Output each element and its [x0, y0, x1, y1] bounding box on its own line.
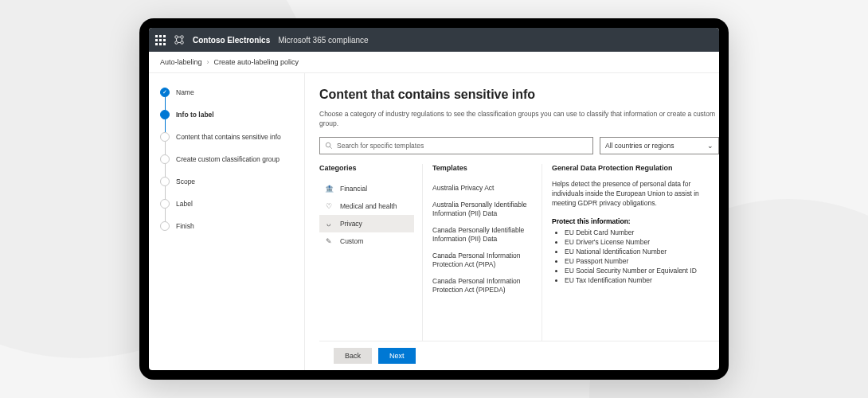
title-bar: Contoso Electronics Microsoft 365 compli…	[149, 28, 719, 52]
step-label[interactable]: Label	[160, 199, 296, 221]
step-label: Name	[176, 88, 194, 97]
page-title: Content that contains sensitive info	[319, 88, 719, 102]
region-selected-label: All countries or regions	[605, 142, 674, 150]
step-label: Create custom classification group	[176, 154, 280, 164]
template-item[interactable]: Canada Personal Information Protection A…	[432, 273, 534, 298]
app-launcher-icon[interactable]	[155, 35, 166, 45]
template-item[interactable]: Canada Personal Information Protection A…	[432, 248, 534, 273]
chevron-down-icon: ⌄	[707, 142, 714, 150]
svg-point-1	[181, 36, 184, 39]
protect-item: EU Tax Identification Number	[565, 276, 711, 286]
svg-point-2	[175, 41, 178, 45]
step-finish[interactable]: Finish	[160, 221, 296, 244]
detail-heading: General Data Protection Regulation	[552, 164, 711, 172]
bank-icon: 🏦	[324, 184, 334, 193]
privacy-icon: ᴗ	[324, 219, 334, 228]
templates-column: Templates Australia Privacy Act Australi…	[423, 164, 542, 341]
template-item[interactable]: Australia Personally Identifiable Inform…	[432, 197, 534, 222]
category-privacy[interactable]: ᴗ Privacy	[319, 215, 414, 232]
category-label: Medical and health	[340, 202, 397, 210]
brand-name: Contoso Electronics	[193, 36, 270, 45]
step-label: Scope	[176, 177, 195, 186]
device-frame: Contoso Electronics Microsoft 365 compli…	[139, 18, 729, 380]
picker-columns: Categories 🏦 Financial ♡ Medical and hea…	[319, 164, 719, 341]
chevron-right-icon: ›	[207, 58, 209, 66]
protect-item: EU Debit Card Number	[565, 228, 711, 238]
dot-icon	[160, 221, 170, 231]
templates-heading: Templates	[432, 164, 534, 172]
filter-row: Search for specific templates All countr…	[319, 137, 719, 154]
screen: Contoso Electronics Microsoft 365 compli…	[149, 28, 719, 370]
dot-icon	[160, 177, 170, 186]
step-custom-group[interactable]: Create custom classification group	[160, 154, 296, 177]
breadcrumb: Auto-labeling › Create auto-labeling pol…	[149, 52, 719, 73]
svg-point-3	[181, 41, 184, 45]
protect-item: EU Driver's License Number	[565, 238, 711, 248]
wizard-footer: Back Next	[319, 341, 719, 370]
step-label: Content that contains sensitive info	[176, 132, 281, 142]
brand-logo-icon	[174, 34, 185, 45]
breadcrumb-current: Create auto-labeling policy	[214, 58, 299, 66]
template-item[interactable]: Australia Privacy Act	[432, 180, 534, 197]
dot-icon	[160, 199, 170, 209]
step-sensitive-info[interactable]: Content that contains sensitive info	[160, 132, 296, 154]
category-label: Custom	[340, 237, 363, 245]
step-scope[interactable]: Scope	[160, 177, 296, 199]
dot-icon	[160, 132, 170, 142]
category-medical[interactable]: ♡ Medical and health	[319, 197, 414, 215]
category-label: Privacy	[340, 220, 362, 228]
dot-icon	[160, 110, 170, 119]
next-button[interactable]: Next	[378, 348, 416, 364]
svg-point-8	[326, 142, 330, 147]
breadcrumb-root[interactable]: Auto-labeling	[160, 58, 202, 66]
wizard-body: ✓ Name Info to label Content that contai…	[149, 73, 719, 370]
protect-item: EU Passport Number	[565, 257, 711, 267]
category-label: Financial	[340, 185, 367, 193]
protect-item: EU Social Security Number or Equivalent …	[565, 267, 711, 276]
svg-point-0	[175, 36, 178, 39]
check-icon: ✓	[160, 88, 170, 97]
custom-icon: ✎	[324, 236, 334, 246]
detail-column: General Data Protection Regulation Helps…	[542, 164, 719, 341]
search-placeholder: Search for specific templates	[337, 142, 424, 150]
category-custom[interactable]: ✎ Custom	[319, 232, 414, 250]
medical-icon: ♡	[324, 201, 334, 211]
protect-heading: Protect this information:	[552, 217, 711, 225]
main-panel: Content that contains sensitive info Cho…	[304, 73, 719, 370]
protect-list: EU Debit Card Number EU Driver's License…	[552, 228, 711, 285]
category-financial[interactable]: 🏦 Financial	[319, 180, 414, 197]
step-info-to-label[interactable]: Info to label	[160, 110, 296, 132]
step-name[interactable]: ✓ Name	[160, 88, 296, 110]
back-button[interactable]: Back	[334, 348, 372, 364]
protect-item: EU National Identification Number	[565, 248, 711, 257]
step-label: Info to label	[176, 110, 214, 119]
categories-column: Categories 🏦 Financial ♡ Medical and hea…	[319, 164, 423, 341]
product-name: Microsoft 365 compliance	[278, 36, 368, 45]
step-label: Label	[176, 199, 193, 209]
search-icon	[325, 142, 333, 150]
svg-line-9	[330, 146, 332, 149]
page-subtitle: Choose a category of industry regulation…	[319, 110, 719, 129]
search-input[interactable]: Search for specific templates	[319, 137, 593, 154]
categories-heading: Categories	[319, 164, 414, 172]
template-item[interactable]: Canada Personally Identifiable Informati…	[432, 222, 534, 248]
region-dropdown[interactable]: All countries or regions ⌄	[600, 137, 719, 154]
step-label: Finish	[176, 221, 194, 231]
detail-description: Helps detect the presence of personal da…	[552, 180, 711, 209]
dot-icon	[160, 154, 170, 164]
wizard-stepper: ✓ Name Info to label Content that contai…	[149, 73, 304, 370]
